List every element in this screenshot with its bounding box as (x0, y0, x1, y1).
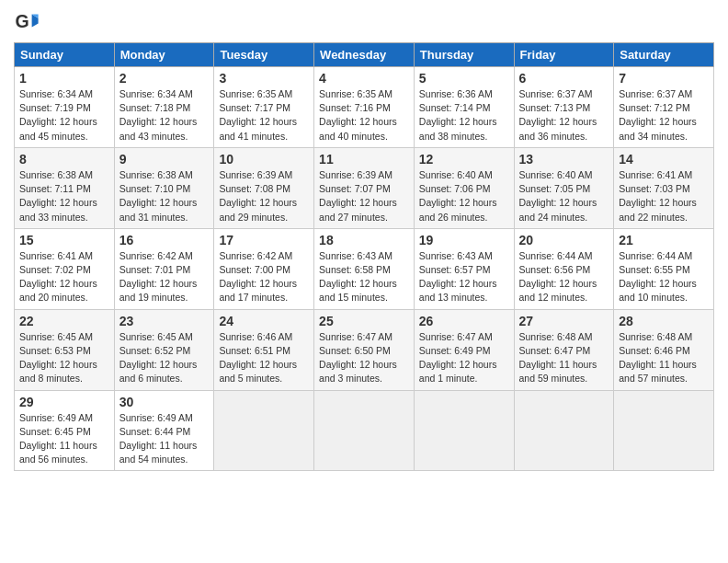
header-monday: Monday (114, 43, 214, 67)
logo: G (14, 9, 43, 35)
header-wednesday: Wednesday (314, 43, 415, 67)
day-number: 18 (319, 233, 409, 247)
day-number: 3 (219, 71, 309, 86)
calendar-cell: 8Sunrise: 6:38 AMSunset: 7:11 PMDaylight… (15, 147, 115, 228)
day-number: 12 (419, 152, 509, 167)
calendar-cell: 17Sunrise: 6:42 AMSunset: 7:00 PMDayligh… (214, 228, 314, 309)
day-number: 29 (19, 395, 109, 409)
calendar-cell: 27Sunrise: 6:48 AMSunset: 6:47 PMDayligh… (514, 309, 614, 390)
day-number: 8 (19, 152, 109, 167)
day-number: 22 (19, 314, 109, 328)
day-info: Sunrise: 6:39 AMSunset: 7:07 PMDaylight:… (319, 168, 409, 224)
calendar-cell (214, 390, 314, 471)
calendar-cell: 10Sunrise: 6:39 AMSunset: 7:08 PMDayligh… (214, 147, 314, 228)
day-number: 16 (119, 233, 210, 247)
page-container: G SundayMondayTuesdayWednesdayThursdayFr… (0, 0, 728, 480)
calendar-cell: 11Sunrise: 6:39 AMSunset: 7:07 PMDayligh… (314, 147, 415, 228)
day-number: 11 (319, 152, 409, 167)
calendar-cell: 4Sunrise: 6:35 AMSunset: 7:16 PMDaylight… (314, 67, 415, 148)
calendar-cell: 22Sunrise: 6:45 AMSunset: 6:53 PMDayligh… (15, 309, 115, 390)
calendar-cell: 20Sunrise: 6:44 AMSunset: 6:56 PMDayligh… (514, 228, 614, 309)
day-info: Sunrise: 6:42 AMSunset: 7:00 PMDaylight:… (219, 249, 309, 305)
day-info: Sunrise: 6:41 AMSunset: 7:03 PMDaylight:… (619, 168, 709, 224)
day-number: 23 (119, 314, 210, 328)
day-number: 7 (619, 71, 709, 86)
day-info: Sunrise: 6:48 AMSunset: 6:47 PMDaylight:… (519, 330, 609, 386)
calendar-cell (414, 390, 514, 471)
day-number: 9 (119, 152, 210, 167)
calendar-table: SundayMondayTuesdayWednesdayThursdayFrid… (14, 42, 714, 471)
calendar-cell (314, 390, 415, 471)
calendar-cell: 30Sunrise: 6:49 AMSunset: 6:44 PMDayligh… (114, 390, 214, 471)
calendar-cell: 23Sunrise: 6:45 AMSunset: 6:52 PMDayligh… (114, 309, 214, 390)
day-number: 14 (619, 152, 709, 167)
day-number: 15 (19, 233, 109, 247)
day-number: 13 (519, 152, 609, 167)
day-info: Sunrise: 6:42 AMSunset: 7:01 PMDaylight:… (119, 249, 210, 305)
day-info: Sunrise: 6:45 AMSunset: 6:52 PMDaylight:… (119, 330, 210, 386)
day-info: Sunrise: 6:49 AMSunset: 6:45 PMDaylight:… (19, 411, 109, 467)
day-info: Sunrise: 6:37 AMSunset: 7:12 PMDaylight:… (619, 87, 709, 144)
calendar-week-3: 22Sunrise: 6:45 AMSunset: 6:53 PMDayligh… (15, 309, 714, 390)
day-info: Sunrise: 6:43 AMSunset: 6:58 PMDaylight:… (319, 249, 409, 305)
day-info: Sunrise: 6:47 AMSunset: 6:49 PMDaylight:… (419, 330, 509, 386)
day-number: 24 (219, 314, 309, 328)
calendar-cell: 19Sunrise: 6:43 AMSunset: 6:57 PMDayligh… (414, 228, 514, 309)
day-info: Sunrise: 6:41 AMSunset: 7:02 PMDaylight:… (19, 249, 109, 305)
calendar-week-2: 15Sunrise: 6:41 AMSunset: 7:02 PMDayligh… (15, 228, 714, 309)
day-number: 2 (119, 71, 210, 86)
day-info: Sunrise: 6:34 AMSunset: 7:19 PMDaylight:… (19, 87, 109, 144)
day-number: 26 (419, 314, 509, 328)
calendar-cell: 14Sunrise: 6:41 AMSunset: 7:03 PMDayligh… (614, 147, 714, 228)
day-number: 5 (419, 71, 509, 86)
calendar-cell: 24Sunrise: 6:46 AMSunset: 6:51 PMDayligh… (214, 309, 314, 390)
calendar-cell: 6Sunrise: 6:37 AMSunset: 7:13 PMDaylight… (514, 67, 614, 148)
day-info: Sunrise: 6:44 AMSunset: 6:55 PMDaylight:… (619, 249, 709, 305)
calendar-cell: 15Sunrise: 6:41 AMSunset: 7:02 PMDayligh… (15, 228, 115, 309)
calendar-cell: 13Sunrise: 6:40 AMSunset: 7:05 PMDayligh… (514, 147, 614, 228)
day-number: 4 (319, 71, 409, 86)
calendar-cell: 7Sunrise: 6:37 AMSunset: 7:12 PMDaylight… (614, 67, 714, 148)
day-info: Sunrise: 6:43 AMSunset: 6:57 PMDaylight:… (419, 249, 509, 305)
day-info: Sunrise: 6:37 AMSunset: 7:13 PMDaylight:… (519, 87, 609, 144)
calendar-cell: 3Sunrise: 6:35 AMSunset: 7:17 PMDaylight… (214, 67, 314, 148)
calendar-cell: 21Sunrise: 6:44 AMSunset: 6:55 PMDayligh… (614, 228, 714, 309)
calendar-week-1: 8Sunrise: 6:38 AMSunset: 7:11 PMDaylight… (15, 147, 714, 228)
day-info: Sunrise: 6:40 AMSunset: 7:05 PMDaylight:… (519, 168, 609, 224)
day-number: 30 (119, 395, 210, 409)
calendar-cell: 2Sunrise: 6:34 AMSunset: 7:18 PMDaylight… (114, 67, 214, 148)
calendar-cell: 5Sunrise: 6:36 AMSunset: 7:14 PMDaylight… (414, 67, 514, 148)
calendar-cell (614, 390, 714, 471)
day-number: 1 (19, 71, 109, 86)
day-number: 25 (319, 314, 409, 328)
calendar-cell: 28Sunrise: 6:48 AMSunset: 6:46 PMDayligh… (614, 309, 714, 390)
day-info: Sunrise: 6:34 AMSunset: 7:18 PMDaylight:… (119, 87, 210, 144)
day-number: 19 (419, 233, 509, 247)
calendar-cell: 16Sunrise: 6:42 AMSunset: 7:01 PMDayligh… (114, 228, 214, 309)
day-info: Sunrise: 6:38 AMSunset: 7:11 PMDaylight:… (19, 168, 109, 224)
day-info: Sunrise: 6:48 AMSunset: 6:46 PMDaylight:… (619, 330, 709, 386)
calendar-cell: 12Sunrise: 6:40 AMSunset: 7:06 PMDayligh… (414, 147, 514, 228)
calendar-cell (514, 390, 614, 471)
day-info: Sunrise: 6:46 AMSunset: 6:51 PMDaylight:… (219, 330, 309, 386)
logo-icon: G (14, 9, 40, 35)
calendar-cell: 26Sunrise: 6:47 AMSunset: 6:49 PMDayligh… (414, 309, 514, 390)
day-number: 28 (619, 314, 709, 328)
day-info: Sunrise: 6:39 AMSunset: 7:08 PMDaylight:… (219, 168, 309, 224)
calendar-cell: 9Sunrise: 6:38 AMSunset: 7:10 PMDaylight… (114, 147, 214, 228)
header-sunday: Sunday (15, 43, 115, 67)
calendar-cell: 25Sunrise: 6:47 AMSunset: 6:50 PMDayligh… (314, 309, 415, 390)
header-friday: Friday (514, 43, 614, 67)
header-tuesday: Tuesday (214, 43, 314, 67)
calendar-cell: 18Sunrise: 6:43 AMSunset: 6:58 PMDayligh… (314, 228, 415, 309)
day-number: 27 (519, 314, 609, 328)
calendar-cell: 29Sunrise: 6:49 AMSunset: 6:45 PMDayligh… (15, 390, 115, 471)
day-info: Sunrise: 6:47 AMSunset: 6:50 PMDaylight:… (319, 330, 409, 386)
day-info: Sunrise: 6:45 AMSunset: 6:53 PMDaylight:… (19, 330, 109, 386)
day-number: 17 (219, 233, 309, 247)
day-number: 6 (519, 71, 609, 86)
day-info: Sunrise: 6:35 AMSunset: 7:16 PMDaylight:… (319, 87, 409, 144)
calendar-header-row: SundayMondayTuesdayWednesdayThursdayFrid… (15, 43, 714, 67)
day-info: Sunrise: 6:49 AMSunset: 6:44 PMDaylight:… (119, 411, 210, 467)
header-saturday: Saturday (614, 43, 714, 67)
